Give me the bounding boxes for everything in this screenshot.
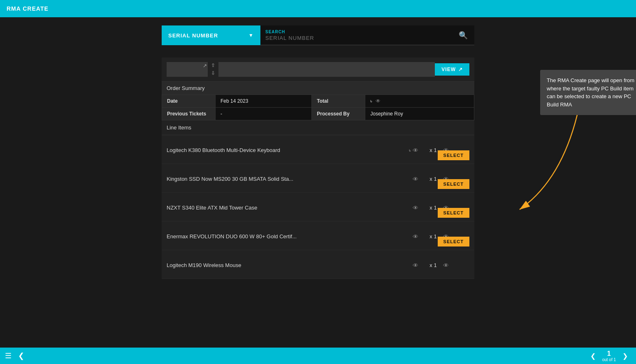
- order-card: ↗ ⇧ ⇩ VIEW ↗ Order Summary Date: [162, 58, 474, 279]
- eye-icon: 👁: [413, 205, 418, 211]
- tooltip-box: The RMA Create page will open from where…: [540, 70, 636, 115]
- main-content: SERIAL NUMBER ▼ SEARCH 🔍 ↗ ⇧ ⇩: [0, 17, 636, 287]
- total-label: Total: [312, 95, 365, 108]
- item-qty: x 1: [428, 205, 438, 211]
- date-row: Date Feb 14 2023 Total ৳ 👁: [162, 95, 474, 108]
- item-name: Enermax REVOLUTION DUO 600 W 80+ Gold Ce…: [167, 233, 413, 240]
- select-button-2[interactable]: SELECT: [438, 179, 469, 189]
- previous-tickets-label: Previous Tickets: [162, 108, 216, 120]
- search-input-container: SEARCH 🔍: [260, 25, 474, 45]
- view-button[interactable]: VIEW ↗: [435, 63, 469, 76]
- taka-symbol: ৳: [370, 98, 372, 104]
- select-button-3[interactable]: SELECT: [438, 208, 469, 218]
- item-name: Kingston SSD Now MS200 30 GB MSATA Solid…: [167, 176, 413, 182]
- download-icon: ⇩: [211, 69, 215, 77]
- order-summary-label: Order Summary: [167, 85, 204, 91]
- tooltip-text: The RMA Create page will open from where…: [547, 77, 634, 108]
- search-type-dropdown[interactable]: SERIAL NUMBER ▼: [162, 25, 260, 45]
- top-bar: RMA CREATE: [0, 0, 636, 17]
- line-item: Enermax REVOLUTION DUO 600 W 80+ Gold Ce…: [162, 221, 474, 250]
- hamburger-icon[interactable]: ☰: [5, 351, 12, 360]
- processed-by-value: Josephine Roy: [365, 108, 474, 120]
- item-qty: x 1: [428, 233, 438, 240]
- next-page-button[interactable]: ❯: [619, 352, 631, 360]
- previous-tickets-value: -: [216, 108, 312, 120]
- date-value: Feb 14 2023: [216, 95, 312, 108]
- line-item: NZXT S340 Elite ATX Mid Tower Case 👁 x 1…: [162, 193, 474, 221]
- chevron-down-icon: ▼: [248, 32, 254, 38]
- total-value: ৳ 👁: [365, 95, 474, 108]
- tooltip-arrow: [478, 99, 602, 222]
- order-summary-section: Order Summary: [162, 81, 474, 94]
- item-icons-4: 👁: [413, 233, 418, 240]
- item-qty: x 1: [428, 262, 438, 268]
- select-button-1[interactable]: SELECT: [438, 150, 469, 160]
- upload-icon: ⇧: [211, 62, 215, 69]
- prev-page-button[interactable]: ❮: [587, 352, 599, 360]
- item-icons-5: 👁: [413, 262, 418, 269]
- search-input[interactable]: [265, 35, 457, 41]
- tickets-row: Previous Tickets - Processed By Josephin…: [162, 108, 474, 120]
- processed-by-label: Processed By: [312, 108, 365, 120]
- line-items-label: Line Items: [167, 124, 191, 131]
- search-area: SERIAL NUMBER ▼ SEARCH 🔍: [162, 25, 474, 45]
- page-info: 1 out of 1: [602, 350, 616, 362]
- bottom-bar: ☰ ❮ ❮ 1 out of 1 ❯: [0, 348, 636, 364]
- select-button-4[interactable]: SELECT: [438, 237, 469, 247]
- bottom-left-controls: ☰ ❮: [5, 351, 24, 360]
- eye-icon: 👁: [413, 176, 418, 182]
- search-button[interactable]: 🔍: [457, 29, 469, 41]
- card-icon-group: ⇧ ⇩: [211, 62, 215, 77]
- item-icons-2: 👁: [413, 176, 418, 182]
- item-icons-1: ৳ 👁: [409, 147, 418, 154]
- external-link-small-icon: ↗: [458, 67, 463, 72]
- item-name: NZXT S340 Elite ATX Mid Tower Case: [167, 205, 413, 211]
- search-type-label: SERIAL NUMBER: [168, 32, 218, 39]
- date-label: Date: [162, 95, 216, 108]
- search-label: SEARCH: [265, 30, 457, 34]
- eye-icon: 👁: [413, 262, 418, 269]
- view-btn-label: VIEW: [441, 67, 456, 72]
- line-item: Kingston SSD Now MS200 30 GB MSATA Solid…: [162, 164, 474, 193]
- page-number: 1: [602, 350, 616, 357]
- eye-icon: 👁: [413, 233, 418, 240]
- item-name: Logitech K380 Bluetooth Multi-Device Key…: [167, 147, 409, 153]
- back-icon[interactable]: ❮: [18, 351, 24, 360]
- item-icons-3: 👁: [413, 205, 418, 211]
- content-area: ↗ ⇧ ⇩ VIEW ↗ Order Summary Date: [162, 58, 474, 279]
- line-item: Logitech M190 Wireless Mouse 👁 x 1 👁: [162, 250, 474, 279]
- card-header: ↗ ⇧ ⇩ VIEW ↗: [162, 58, 474, 81]
- item-qty: x 1: [428, 147, 438, 153]
- page-of: out of 1: [602, 357, 616, 362]
- summary-table: Date Feb 14 2023 Total ৳ 👁 Previous Tick…: [162, 94, 474, 120]
- eye-icon: 👁: [376, 98, 381, 104]
- item-qty: x 1: [428, 176, 438, 182]
- external-link-icon: ↗: [203, 63, 207, 69]
- eye-icon-right: 👁: [443, 262, 449, 269]
- order-thumbnail-1: ↗: [167, 62, 208, 77]
- pagination: ❮ 1 out of 1 ❯: [587, 350, 631, 362]
- app-title: RMA CREATE: [7, 5, 49, 12]
- line-item: Logitech K380 Bluetooth Multi-Device Key…: [162, 135, 474, 164]
- line-items-section: Line Items: [162, 120, 474, 135]
- order-thumbnail-2: [218, 62, 435, 77]
- item-name: Logitech M190 Wireless Mouse: [167, 262, 413, 268]
- taka-icon: ৳: [409, 147, 411, 153]
- eye-icon: 👁: [413, 147, 418, 154]
- line-items-list: Logitech K380 Bluetooth Multi-Device Key…: [162, 135, 474, 279]
